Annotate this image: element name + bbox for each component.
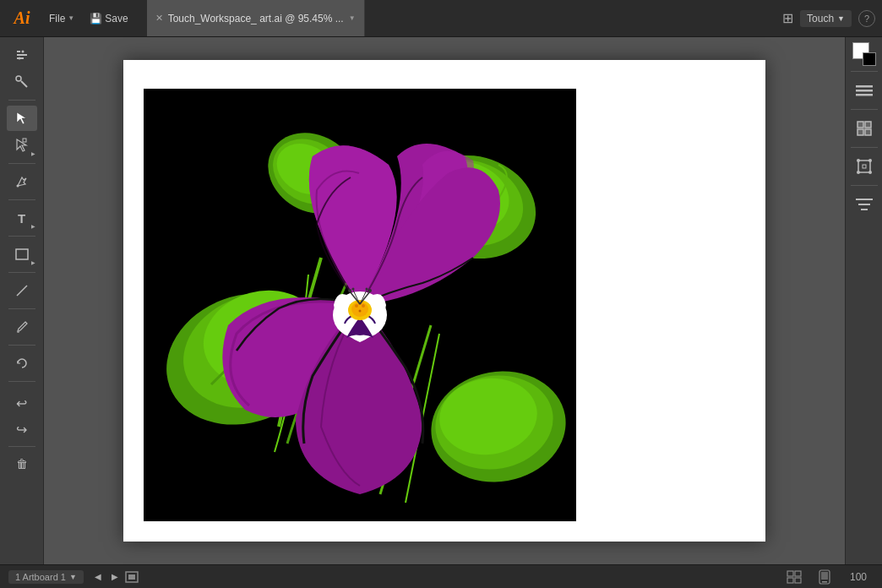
svg-rect-8 [16,249,28,259]
svg-rect-52 [128,574,135,580]
file-arrow-icon: ▼ [68,14,74,22]
toolbar-divider-9 [8,446,35,447]
device-preview-button[interactable] [813,568,836,586]
brush-options-button[interactable] [7,69,37,95]
svg-rect-55 [787,578,793,583]
toolbar-divider-2 [8,163,35,164]
panel-divider-2 [851,109,878,110]
svg-point-5 [16,76,21,81]
type-tool-icon: T [18,211,25,226]
pen-tool-button[interactable] [7,169,37,194]
bottom-right-controls: 100 [782,568,874,586]
stroke-swatch[interactable] [863,52,876,66]
svg-rect-1 [17,54,27,56]
artboard-selector[interactable]: 1 Artboard 1 ▼ [8,570,84,584]
app-logo: Ai [7,8,37,28]
svg-rect-6 [23,139,26,142]
line-tool-button[interactable] [7,278,37,303]
toolbar-divider-3 [8,199,35,200]
save-button[interactable]: 💾 Save [83,9,134,28]
next-artboard-button[interactable]: ▶ [107,569,122,585]
direct-select-tool-button[interactable]: ▶ [7,133,37,158]
menu-items: File ▼ 💾 Save [42,9,135,28]
artboard-container [123,60,765,542]
artboard[interactable] [144,89,576,521]
svg-point-10 [17,330,19,333]
svg-rect-37 [856,94,873,96]
workspace-label: Touch [807,13,834,24]
top-menu-bar: Ai File ▼ 💾 Save ✕ Touch_Workspace_ art.… [0,0,882,37]
grid-view-button[interactable] [782,568,806,586]
svg-rect-58 [822,581,827,583]
svg-rect-36 [856,90,873,92]
tab-close-icon[interactable]: ✕ [155,13,163,24]
svg-point-47 [868,171,872,174]
transform-panel-button[interactable] [849,153,879,180]
paintbrush-tool-button[interactable] [7,314,37,340]
help-label: ? [864,14,869,24]
svg-rect-48 [856,199,873,200]
main-layout: ▶ T ▶ ▶ [0,37,882,564]
toolbar-divider-4 [8,236,35,237]
bottom-status-bar: 1 Artboard 1 ▼ ◀ ▶ [0,564,882,588]
panel-divider-4 [851,185,878,186]
properties-panel-button[interactable] [849,77,879,104]
zoom-level-button[interactable]: 100 [843,569,874,585]
color-swatch[interactable] [852,42,876,66]
save-icon: 💾 [90,13,102,24]
svg-rect-39 [865,122,871,128]
type-tool-button[interactable]: T ▶ [7,205,37,231]
artboard-arrow-icon: ▼ [69,573,77,581]
properties-tool-button[interactable] [7,42,37,68]
svg-point-32 [368,289,372,292]
panel-divider-1 [851,71,878,72]
prev-icon: ◀ [95,572,101,581]
delete-icon: 🗑 [16,457,28,471]
svg-rect-50 [861,209,868,210]
undo-icon: ↩ [16,395,27,411]
svg-rect-0 [17,51,20,52]
file-menu[interactable]: File ▼ [42,9,81,28]
svg-rect-54 [795,571,801,576]
undo-button[interactable]: ↩ [7,390,37,416]
svg-point-3 [21,51,24,53]
fit-artboard-button[interactable] [124,569,139,585]
toolbar-divider-7 [8,345,35,346]
svg-point-30 [359,310,362,313]
svg-rect-59 [821,572,828,580]
save-label: Save [105,13,128,24]
svg-point-31 [348,289,351,292]
nav-arrows: ◀ ▶ [90,569,139,585]
workspace-icon: ⊞ [782,10,793,26]
help-button[interactable]: ? [858,10,875,27]
libraries-panel-button[interactable] [849,115,879,142]
svg-point-7 [16,185,19,188]
panel-divider-3 [851,147,878,148]
svg-rect-43 [863,165,866,168]
left-toolbar: ▶ T ▶ ▶ [0,37,44,564]
prev-artboard-button[interactable]: ◀ [90,569,106,585]
svg-line-9 [17,286,27,296]
workspace-arrow-icon: ▼ [837,14,845,23]
toolbar-divider-8 [8,381,35,382]
svg-rect-40 [858,129,863,135]
rotate-tool-button[interactable] [7,351,37,376]
redo-button[interactable]: ↪ [7,416,37,442]
select-tool-button[interactable] [7,106,37,131]
toolbar-divider-5 [8,272,35,273]
undo-redo-group: ↩ ↪ 🗑 [7,390,37,476]
right-panel [845,37,882,564]
workspace-selector[interactable]: Touch ▼ [800,10,852,27]
document-tab[interactable]: ✕ Touch_Workspace_ art.ai @ 95.45% ... ▼ [147,0,365,36]
zoom-label: 100 [850,571,867,583]
file-label: File [49,13,65,24]
svg-point-33 [352,288,355,291]
svg-rect-49 [858,204,870,205]
rectangle-tool-button[interactable]: ▶ [7,242,37,267]
svg-point-27 [355,304,358,308]
align-panel-button[interactable] [849,191,879,218]
tab-arrow-icon[interactable]: ▼ [349,14,356,22]
delete-button[interactable]: 🗑 [7,451,37,476]
svg-rect-35 [856,85,873,88]
canvas-area[interactable] [44,37,845,564]
